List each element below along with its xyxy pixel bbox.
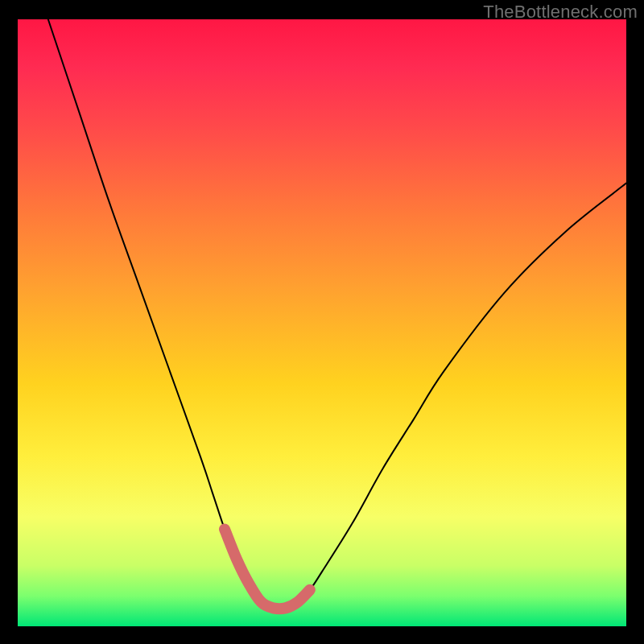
bottleneck-curve [48,19,626,609]
curve-svg [18,19,626,626]
plot-area [18,19,626,626]
chart-frame: TheBottleneck.com [0,0,644,644]
basin-highlight [225,529,310,609]
